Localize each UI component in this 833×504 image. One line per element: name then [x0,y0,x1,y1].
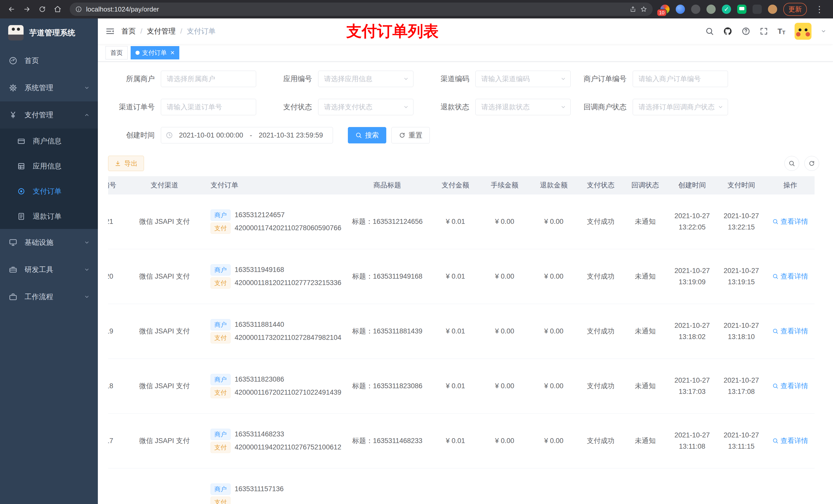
sidebar-item-refund-order[interactable]: 退款订单 [0,204,98,229]
briefcase-icon [8,292,18,301]
merchant-order-no-field[interactable] [633,71,728,87]
cell-paid: 2021-10-2713:18:10 [717,304,766,359]
callback-status-select-input[interactable] [633,99,728,115]
extension-icon-green-chat[interactable] [737,5,746,14]
browser-home-icon[interactable] [51,2,65,16]
merchant-order-no: 1635311157136 [235,485,284,493]
merchant-order-no: 1635311949168 [235,266,284,274]
address-bar[interactable]: localhost:1024/pay/order [70,3,653,16]
sidebar-item-label: 应用信息 [33,161,62,171]
browser-reload-icon[interactable] [35,2,49,16]
merchant-select-input[interactable] [161,71,256,87]
breadcrumb-section[interactable]: 支付管理 [147,26,176,36]
breadcrumb-home[interactable]: 首页 [121,26,136,36]
sidebar-item-workflow[interactable]: 工作流程 [0,283,98,310]
url-text[interactable]: localhost:1024/pay/order [86,5,625,13]
tab-pay-order[interactable]: 支付订单 × [130,46,179,59]
sidebar-item-system[interactable]: 系统管理 [0,74,98,101]
payment-submenu: 商户信息 应用信息 支付订单 退款订单 [0,128,98,229]
yen-icon [8,111,18,119]
sidebar-item-payment[interactable]: 支付管理 [0,101,98,128]
merchant-order-no-input[interactable] [633,71,728,87]
sidebar-item-dev-tools[interactable]: 研发工具 [0,256,98,283]
sidebar-item-home[interactable]: 首页 [0,47,98,74]
channel-code-select[interactable] [475,71,571,87]
view-detail-link[interactable]: 查看详情 [772,436,808,446]
range-separator: - [249,131,253,139]
app-no-select-input[interactable] [318,71,413,87]
sidebar-item-merchant-info[interactable]: 商户信息 [0,128,98,154]
app-no-select[interactable] [318,71,413,87]
tab-home[interactable]: 首页 [105,46,127,59]
col-amount: 支付金额 [431,176,480,194]
site-info-icon[interactable] [75,6,82,13]
sidebar: 芋道管理系统 首页 系统管理 支付管理 [0,19,98,504]
cell-title: 标题：1635311949168 [344,249,431,304]
cell-pay-order: 商户1635311823086 支付4200001167202110271022… [198,359,344,413]
browser-forward-icon[interactable] [20,2,34,16]
extension-icon-pin[interactable] [753,5,762,14]
search-icon[interactable] [705,27,714,35]
merchant-select[interactable] [161,71,256,87]
extension-icon-dark-circle[interactable] [691,5,700,14]
view-detail-link[interactable]: 查看详情 [772,217,808,226]
browser-menu-icon[interactable]: ⋮ [813,4,826,14]
cell-refund: ¥ 0.00 [529,359,578,413]
view-detail-link[interactable]: 查看详情 [772,272,808,281]
extension-badge: 10 [657,9,667,16]
search-button[interactable]: 搜索 [348,127,386,143]
orders-table-wrap: 编号 支付渠道 支付订单 商品标题 支付金额 手续金额 退款金额 支付状态 回调… [108,176,823,504]
cell-pay-order: 商户1635311881440 支付4200001173202110272847… [198,304,344,359]
sidebar-item-infrastructure[interactable]: 基础设施 [0,229,98,256]
pay-status-select[interactable] [318,99,413,115]
pay-tag: 支付 [211,278,231,289]
view-detail-link[interactable]: 查看详情 [772,381,808,390]
user-avatar[interactable] [794,23,811,40]
start-date-input[interactable] [175,131,247,139]
refund-status-select[interactable] [475,99,571,115]
fullscreen-icon[interactable] [760,27,768,35]
callback-status-select[interactable] [633,99,728,115]
breadcrumb-separator: / [140,27,142,35]
channel-order-no-field[interactable] [161,99,256,115]
extension-icon-colorful[interactable]: 10 [660,5,670,14]
reset-button-label: 重置 [409,130,422,140]
help-icon[interactable] [742,27,750,35]
col-id: 编号 [108,176,131,194]
refund-status-select-input[interactable] [475,99,571,115]
extension-icon-green-check[interactable]: ✓ [722,5,731,14]
cell-refund: ¥ 0.00 [529,413,578,468]
channel-code-input[interactable] [475,71,571,87]
bookmark-star-icon[interactable] [640,6,647,13]
extension-icon-gray-green[interactable] [707,5,716,14]
cell-actions [766,468,814,504]
end-date-input[interactable] [255,131,326,139]
extension-icon-blue-drop[interactable] [676,5,685,14]
github-icon[interactable] [723,27,732,36]
hamburger-icon[interactable] [98,27,121,36]
browser-back-icon[interactable] [5,2,19,16]
toggle-search-button[interactable] [784,156,799,171]
view-detail-link[interactable]: 查看详情 [772,327,808,336]
create-time-range-picker[interactable]: - [161,127,333,143]
top-navbar: 首页 / 支付管理 / 支付订单 支付订单列表 [98,19,833,44]
share-icon[interactable] [629,6,636,13]
sidebar-item-app-info[interactable]: 应用信息 [0,154,98,179]
extension-icon-avatar-face[interactable] [768,5,777,14]
user-menu-caret-icon[interactable] [821,28,826,34]
cell-paid: 2021-10-2713:11:15 [717,413,766,468]
font-size-icon[interactable]: TT [778,27,785,35]
sidebar-item-pay-order[interactable]: 支付订单 [0,179,98,204]
app-logo[interactable]: 芋道管理系统 [0,19,98,47]
sidebar-item-label: 支付订单 [33,187,62,196]
close-icon[interactable]: × [170,49,174,56]
refresh-table-button[interactable] [804,156,819,171]
browser-update-button[interactable]: 更新 [783,3,807,16]
export-button[interactable]: 导出 [108,156,144,171]
pay-status-select-input[interactable] [318,99,413,115]
filter-channel-code: 渠道编码 [423,71,571,87]
table-row: 20 微信 JSAPI 支付 商户1635311949168 支付4200001… [108,249,814,304]
channel-order-no-input[interactable] [161,99,256,115]
reset-button[interactable]: 重置 [391,127,430,143]
document-icon [16,212,26,220]
